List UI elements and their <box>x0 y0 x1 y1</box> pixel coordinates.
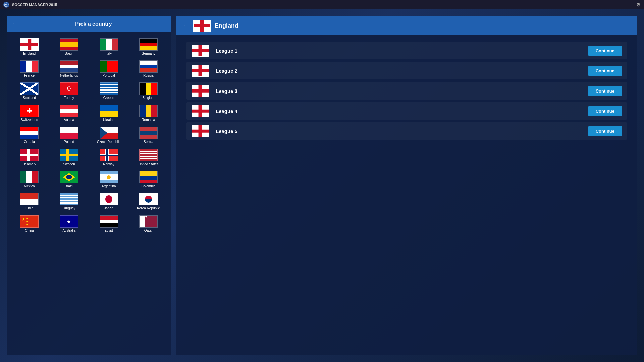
league-flag <box>192 125 209 137</box>
country-item-qatar[interactable]: Qatar <box>129 214 167 234</box>
country-flag <box>20 193 39 205</box>
country-name: Greece <box>103 96 114 100</box>
countries-grid: England Spain Italy Germany France <box>7 32 171 239</box>
league-flag <box>192 65 209 77</box>
country-name: United States <box>138 162 158 166</box>
country-item-japan[interactable]: Japan <box>90 191 128 212</box>
country-name: Brazil <box>65 184 73 188</box>
country-name: Spain <box>65 52 73 55</box>
country-flag <box>60 127 78 139</box>
league-name: League 2 <box>216 68 582 74</box>
country-item-sweden[interactable]: Sweden <box>50 147 88 168</box>
country-flag: ☪ <box>60 82 78 95</box>
settings-icon[interactable]: ⚙ <box>636 2 641 7</box>
continue-button-3[interactable]: Continue <box>588 86 622 96</box>
country-flag: ✚ <box>20 105 39 117</box>
country-flag <box>100 82 118 95</box>
country-name: Belgium <box>142 96 154 100</box>
country-flag <box>60 60 78 73</box>
country-item-italy[interactable]: Italy <box>90 37 128 57</box>
country-flag <box>139 38 158 51</box>
country-item-romania[interactable]: Romania <box>129 103 167 123</box>
country-item-ukraine[interactable]: Ukraine <box>90 103 128 123</box>
country-item-netherlands[interactable]: Netherlands <box>50 59 88 79</box>
country-item-united-states[interactable]: United States <box>129 147 167 168</box>
country-flag <box>60 193 78 205</box>
league-name: League 3 <box>216 88 582 94</box>
titlebar-left: SOCCER MANAGER 2015 <box>3 2 57 8</box>
country-item-england[interactable]: England <box>10 37 48 57</box>
country-item-germany[interactable]: Germany <box>129 37 167 57</box>
country-item-chile[interactable]: Chile <box>10 191 48 212</box>
country-item-uruguay[interactable]: Uruguay <box>50 191 88 212</box>
country-item-greece[interactable]: Greece <box>90 81 128 101</box>
country-item-croatia[interactable]: Croatia <box>10 125 48 145</box>
country-flag <box>139 171 158 183</box>
country-flag <box>20 38 39 51</box>
country-item-serbia[interactable]: Serbia <box>129 125 167 145</box>
continue-button-2[interactable]: Continue <box>588 66 622 76</box>
country-item-portugal[interactable]: Portugal <box>90 59 128 79</box>
country-name: Poland <box>64 140 74 144</box>
country-item-czech-republic[interactable]: Czech Republic <box>90 125 128 145</box>
league-flag <box>192 85 209 97</box>
country-item-france[interactable]: France <box>10 59 48 79</box>
country-name: Scotland <box>23 96 36 100</box>
country-name: Australia <box>62 229 75 232</box>
continue-button-1[interactable]: Continue <box>588 46 622 56</box>
country-picker-panel: ← Pick a country England Spain Italy <box>7 16 171 355</box>
country-item-scotland[interactable]: Scotland <box>10 81 48 101</box>
country-item-australia[interactable]: ★ Australia <box>50 214 88 234</box>
country-item-norway[interactable]: Norway <box>90 147 128 168</box>
continue-button-5[interactable]: Continue <box>588 126 622 136</box>
country-item-mexico[interactable]: Mexico <box>10 169 48 190</box>
country-item-switzerland[interactable]: ✚ Switzerland <box>10 103 48 123</box>
main-content: ← Pick a country England Spain Italy <box>0 9 644 362</box>
country-item-russia[interactable]: Russia <box>129 59 167 79</box>
country-item-poland[interactable]: Poland <box>50 125 88 145</box>
country-item-turkey[interactable]: ☪ Turkey <box>50 81 88 101</box>
country-item-china[interactable]: ★ ★ ★ ★ ★ China <box>10 214 48 234</box>
continue-button-4[interactable]: Continue <box>588 106 622 116</box>
country-flag <box>100 38 118 51</box>
country-name: Mexico <box>24 184 35 188</box>
country-flag <box>20 127 39 139</box>
league-flag <box>192 45 209 57</box>
league-picker-panel: ← England League 1 Continue League 2 Con… <box>176 16 637 355</box>
country-flag: ★ ★ ★ ★ ★ <box>20 215 39 228</box>
country-item-denmark[interactable]: Denmark <box>10 147 48 168</box>
country-item-egypt[interactable]: Egypt <box>90 214 128 234</box>
country-flag <box>60 171 78 183</box>
country-item-korea-republic[interactable]: Korea Republic <box>129 191 167 212</box>
country-name: Russia <box>143 74 154 77</box>
app-logo <box>3 2 9 8</box>
country-item-austria[interactable]: Austria <box>50 103 88 123</box>
country-name: Austria <box>64 118 74 122</box>
country-item-spain[interactable]: Spain <box>50 37 88 57</box>
country-name: Denmark <box>22 162 36 166</box>
country-item-brazil[interactable]: Brazil <box>50 169 88 190</box>
country-flag <box>100 105 118 117</box>
country-name: Italy <box>106 52 112 55</box>
country-name: Norway <box>103 162 114 166</box>
country-flag <box>100 171 118 183</box>
country-name: Turkey <box>64 96 74 100</box>
country-item-belgium[interactable]: Belgium <box>129 81 167 101</box>
league-picker-header: ← England <box>176 16 637 35</box>
country-item-argentina[interactable]: Argentina <box>90 169 128 190</box>
country-name: Colombia <box>141 184 155 188</box>
country-name: England <box>23 52 36 55</box>
country-item-colombia[interactable]: Colombia <box>129 169 167 190</box>
back-arrow-right[interactable]: ← <box>183 22 189 29</box>
league-name: League 4 <box>216 108 582 114</box>
country-name: Croatia <box>24 140 35 144</box>
titlebar: SOCCER MANAGER 2015 ⚙ <box>0 0 644 9</box>
country-name: Korea Republic <box>137 206 160 210</box>
back-arrow-left[interactable]: ← <box>12 20 18 27</box>
country-flag <box>100 149 118 161</box>
country-flag <box>139 105 158 117</box>
country-name: Netherlands <box>60 74 78 77</box>
country-flag <box>139 193 158 205</box>
league-row-4: League 4 Continue <box>186 102 627 120</box>
country-flag <box>139 60 158 73</box>
